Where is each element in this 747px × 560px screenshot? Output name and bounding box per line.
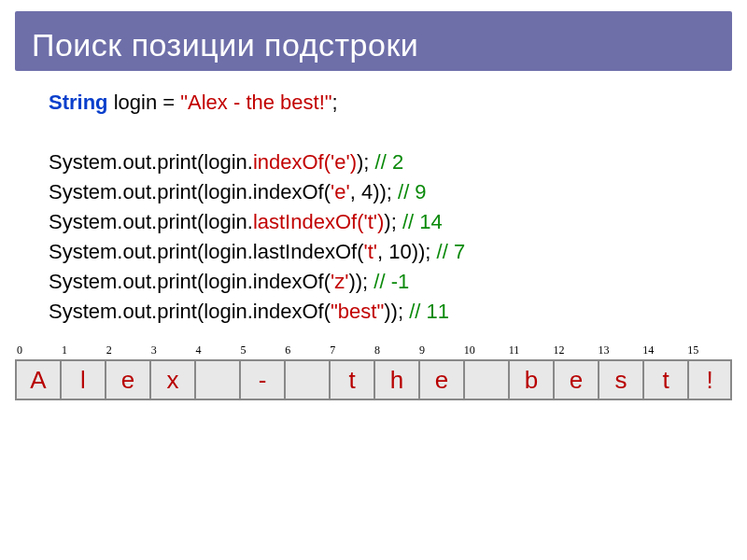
blank-line xyxy=(49,118,710,147)
slide-body: String login = "Alex - the best!"; Syste… xyxy=(15,88,732,327)
code-method: lastIndexOf xyxy=(253,210,357,233)
char-cell xyxy=(463,361,508,399)
index-row: 0123456789101112131415 xyxy=(15,343,732,357)
code-line: System.out.print(login.lastIndexOf('t'))… xyxy=(49,207,710,237)
code-pre: System.out.print(login.indexOf( xyxy=(49,270,331,293)
char-cell: l xyxy=(60,361,105,399)
code-method: indexOf xyxy=(253,150,324,174)
code-comment: // 7 xyxy=(437,240,466,263)
code-pre: System.out.print(login.lastIndexOf( xyxy=(49,240,363,263)
char-cell: x xyxy=(149,361,194,399)
index-cell: 2 xyxy=(106,343,151,357)
index-cell: 1 xyxy=(62,343,106,357)
index-cell: 6 xyxy=(285,343,330,357)
index-cell: 10 xyxy=(464,343,509,357)
code-line-declaration: String login = "Alex - the best!"; xyxy=(49,88,710,118)
slide: Поиск позиции подстроки String login = "… xyxy=(0,0,747,560)
code-lines: System.out.print(login.indexOf('e')); //… xyxy=(49,147,710,327)
char-cell: A xyxy=(15,361,60,399)
code-args: ('e') xyxy=(324,150,357,174)
index-cell: 7 xyxy=(330,343,374,357)
index-cell: 12 xyxy=(554,343,599,357)
char-cell: - xyxy=(239,361,284,399)
code-comment: // -1 xyxy=(374,270,409,293)
title-bar: Поиск позиции подстроки xyxy=(15,11,732,71)
char-cell xyxy=(284,361,329,399)
index-cell: 13 xyxy=(598,343,642,357)
code-suffix: , 10)); xyxy=(377,240,437,263)
char-cell xyxy=(194,361,239,399)
code-pre: System.out.print(login.indexOf( xyxy=(49,300,331,323)
code-suffix: )); xyxy=(384,300,409,323)
char-cell: e xyxy=(105,361,149,399)
char-cell: ! xyxy=(687,361,732,399)
code-suffix: )); xyxy=(348,270,374,293)
code-line: System.out.print(login.indexOf('z')); //… xyxy=(49,267,710,297)
index-cell: 0 xyxy=(17,343,62,357)
code-line: System.out.print(login.indexOf('e', 4));… xyxy=(49,177,710,207)
char-cell: b xyxy=(508,361,553,399)
char-cell: t xyxy=(642,361,687,399)
code-pre: System.out.print(login. xyxy=(49,210,253,233)
index-cell: 9 xyxy=(419,343,464,357)
index-cell: 14 xyxy=(642,343,687,357)
index-cell: 3 xyxy=(151,343,196,357)
char-cell: e xyxy=(553,361,598,399)
code-line: System.out.print(login.lastIndexOf('t', … xyxy=(49,237,710,267)
code-args: 'e' xyxy=(331,180,350,203)
code-line: System.out.print(login.indexOf('e')); //… xyxy=(49,147,710,177)
index-cell: 8 xyxy=(374,343,419,357)
decl-terminator: ; xyxy=(332,91,338,114)
code-args: ('t') xyxy=(357,210,384,233)
decl-mid: login = xyxy=(108,91,181,114)
code-comment: // 2 xyxy=(375,150,404,174)
slide-title: Поиск позиции подстроки xyxy=(32,27,418,63)
code-pre: System.out.print(login.indexOf( xyxy=(49,180,331,203)
index-cell: 4 xyxy=(196,343,241,357)
code-pre: System.out.print(login. xyxy=(49,150,253,174)
decl-string-literal: "Alex - the best!" xyxy=(180,91,331,114)
code-comment: // 14 xyxy=(402,210,443,233)
code-suffix: ); xyxy=(384,210,402,233)
code-args: 'z' xyxy=(331,270,348,293)
char-row: Alex - the best! xyxy=(15,359,732,400)
code-comment: // 9 xyxy=(398,180,427,203)
char-cell: t xyxy=(329,361,374,399)
index-cell: 5 xyxy=(240,343,285,357)
code-comment: // 11 xyxy=(409,300,449,323)
char-cell: s xyxy=(598,361,642,399)
code-line: System.out.print(login.indexOf("best"));… xyxy=(49,297,710,327)
char-cell: h xyxy=(374,361,418,399)
code-args: 't' xyxy=(363,240,377,263)
code-args: "best" xyxy=(331,300,384,323)
index-cell: 15 xyxy=(687,343,732,357)
index-cell: 11 xyxy=(509,343,554,357)
char-cell: e xyxy=(418,361,463,399)
keyword-string: String xyxy=(49,91,108,114)
code-suffix: ); xyxy=(357,150,375,174)
code-suffix: , 4)); xyxy=(350,180,398,203)
